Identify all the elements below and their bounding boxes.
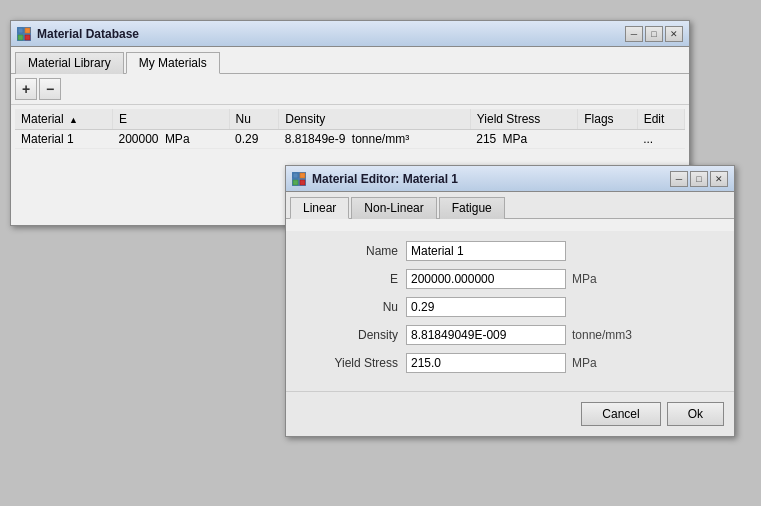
col-header-yield-stress[interactable]: Yield Stress <box>470 109 578 130</box>
e-input[interactable] <box>406 269 566 289</box>
editor-form: Name E MPa Nu Density tonne/mm3 Yield St… <box>286 231 734 391</box>
svg-rect-7 <box>300 180 305 185</box>
density-unit: tonne/mm³ <box>352 132 409 146</box>
minimize-button[interactable]: ─ <box>625 26 643 42</box>
main-tab-bar: Material Library My Materials <box>11 47 689 74</box>
col-header-e[interactable]: E <box>112 109 229 130</box>
name-label: Name <box>306 244 406 258</box>
editor-title-bar: Material Editor: Material 1 ─ □ ✕ <box>286 166 734 192</box>
svg-rect-2 <box>18 35 23 40</box>
svg-rect-5 <box>300 173 305 178</box>
name-input[interactable] <box>406 241 566 261</box>
e-label: E <box>306 272 406 286</box>
ok-button[interactable]: Ok <box>667 402 724 426</box>
nu-input[interactable] <box>406 297 566 317</box>
editor-close-button[interactable]: ✕ <box>710 171 728 187</box>
cell-density: 8.81849e-9 tonne/mm³ <box>279 130 471 149</box>
nu-label: Nu <box>306 300 406 314</box>
tab-linear[interactable]: Linear <box>290 197 349 219</box>
editor-title-bar-left: Material Editor: Material 1 <box>292 172 458 186</box>
tab-my-materials[interactable]: My Materials <box>126 52 220 74</box>
editor-maximize-button[interactable]: □ <box>690 171 708 187</box>
main-window-controls: ─ □ ✕ <box>625 26 683 42</box>
field-row-nu: Nu <box>296 297 724 317</box>
cancel-button[interactable]: Cancel <box>581 402 660 426</box>
svg-rect-1 <box>25 28 30 33</box>
col-header-density[interactable]: Density <box>279 109 471 130</box>
table-row[interactable]: Material 1 200000 MPa 0.29 8.81849e-9 to… <box>15 130 685 149</box>
col-header-material[interactable]: Material ▲ <box>15 109 112 130</box>
cell-material: Material 1 <box>15 130 112 149</box>
editor-footer: Cancel Ok <box>286 391 734 436</box>
remove-button[interactable]: − <box>39 78 61 100</box>
cell-edit[interactable]: ... <box>637 130 684 149</box>
col-header-nu[interactable]: Nu <box>229 109 279 130</box>
svg-rect-0 <box>18 28 23 33</box>
tab-fatigue[interactable]: Fatigue <box>439 197 505 219</box>
main-window-icon <box>17 27 31 41</box>
yield-stress-unit: MPa <box>503 132 528 146</box>
svg-rect-4 <box>293 173 298 178</box>
editor-window: Material Editor: Material 1 ─ □ ✕ Linear… <box>285 165 735 437</box>
density-label: Density <box>306 328 406 342</box>
editor-tab-bar: Linear Non-Linear Fatigue <box>286 192 734 219</box>
density-input[interactable] <box>406 325 566 345</box>
editor-window-icon <box>292 172 306 186</box>
yield-stress-input[interactable] <box>406 353 566 373</box>
svg-rect-3 <box>25 35 30 40</box>
editor-window-controls: ─ □ ✕ <box>670 171 728 187</box>
cell-nu: 0.29 <box>229 130 279 149</box>
field-row-yield-stress: Yield Stress MPa <box>296 353 724 373</box>
cell-e: 200000 MPa <box>112 130 229 149</box>
field-row-name: Name <box>296 241 724 261</box>
close-button[interactable]: ✕ <box>665 26 683 42</box>
sort-icon: ▲ <box>69 115 78 125</box>
svg-rect-6 <box>293 180 298 185</box>
materials-table: Material ▲ E Nu Density Yield Stress Fla… <box>15 109 685 149</box>
yield-stress-label: Yield Stress <box>306 356 406 370</box>
field-row-e: E MPa <box>296 269 724 289</box>
editor-minimize-button[interactable]: ─ <box>670 171 688 187</box>
col-header-edit[interactable]: Edit <box>637 109 684 130</box>
maximize-button[interactable]: □ <box>645 26 663 42</box>
title-bar-left: Material Database <box>17 27 139 41</box>
cell-flags <box>578 130 637 149</box>
field-row-density: Density tonne/mm3 <box>296 325 724 345</box>
cell-yield-stress: 215 MPa <box>470 130 578 149</box>
editor-window-title: Material Editor: Material 1 <box>312 172 458 186</box>
col-header-flags[interactable]: Flags <box>578 109 637 130</box>
main-toolbar: + − <box>11 74 689 105</box>
tab-material-library[interactable]: Material Library <box>15 52 124 74</box>
yield-stress-unit-label: MPa <box>572 356 597 370</box>
add-button[interactable]: + <box>15 78 37 100</box>
e-unit: MPa <box>165 132 190 146</box>
density-unit-label: tonne/mm3 <box>572 328 632 342</box>
main-window-title: Material Database <box>37 27 139 41</box>
e-unit-label: MPa <box>572 272 597 286</box>
tab-non-linear[interactable]: Non-Linear <box>351 197 436 219</box>
main-title-bar: Material Database ─ □ ✕ <box>11 21 689 47</box>
